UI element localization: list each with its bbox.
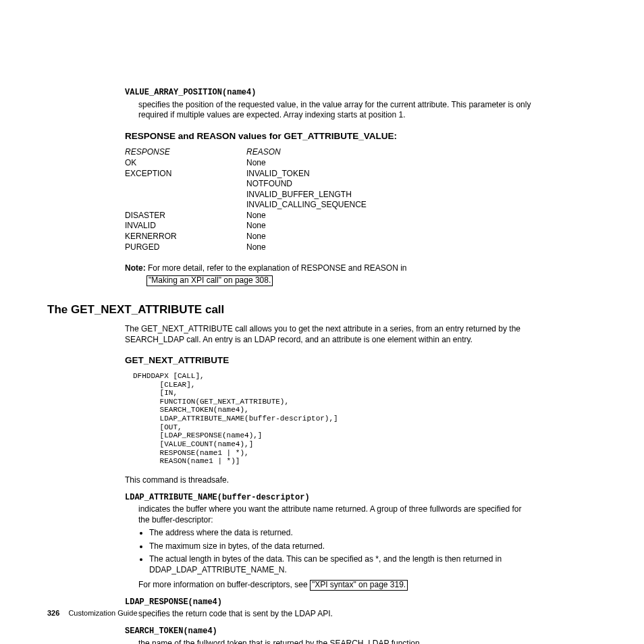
cell-response: OK [125,158,246,169]
cell-response: EXCEPTION [125,169,246,180]
cell-reason: None [246,221,533,232]
cell-reason: NOTFOUND [246,179,533,190]
footer-title: Customization Guide [68,609,137,617]
bullet-list: The address where the data is returned. … [138,528,533,575]
page-footer: 326 Customization Guide [47,609,138,617]
bullet-item: The address where the data is returned. [149,528,533,539]
cell-response: DISASTER [125,211,246,221]
cell-response: KERNERROR [125,232,246,242]
cell-reason: INVALID_CALLING_SEQUENCE [246,200,533,211]
bullet-item: The maximum size in bytes, of the data r… [149,541,533,552]
def-value-array-position: specifies the position of the requested … [138,100,533,121]
note-label: Note: [125,263,146,273]
cell-reason: None [246,158,533,169]
threadsafe-note: This command is threadsafe. [125,475,533,486]
def-search-token: the name of the fullword token that is r… [138,639,533,644]
xref-making-xpi-call[interactable]: "Making an XPI call" on page 308. [146,275,273,286]
term-ldap-response: LDAP_RESPONSE(name4) [125,597,533,608]
document-page: VALUE_ARRAY_POSITION(name4) specifies th… [47,88,533,644]
col-header-reason: REASON [246,147,533,158]
heading-response-reason: RESPONSE and REASON values for GET_ATTRI… [125,130,533,142]
more-info-text: For more information on buffer-descripto… [138,580,308,589]
page-number: 326 [47,609,59,617]
cell-response [125,190,246,200]
bullet-item: The actual length in bytes of the data. … [149,554,533,575]
def-ldap-attribute-name: indicates the buffer where you want the … [138,504,533,591]
cell-response [125,200,246,211]
cell-reason: INVALID_TOKEN [246,169,533,180]
term-value-array-position: VALUE_ARRAY_POSITION(name4) [125,88,533,99]
def-text: indicates the buffer where you want the … [138,504,521,525]
cell-response [125,179,246,190]
note-block: Note: For more detail, refer to the expl… [125,263,533,286]
term-ldap-attribute-name: LDAP_ATTRIBUTE_NAME(buffer-descriptor) [125,493,533,504]
term-search-token: SEARCH_TOKEN(name4) [125,626,533,637]
xref-xpi-syntax[interactable]: "XPI syntax" on page 319. [310,580,408,591]
intro-paragraph: The GET_NEXT_ATTRIBUTE call allows you t… [125,324,533,345]
cell-response: INVALID [125,221,246,232]
response-reason-table: RESPONSE REASON OK None EXCEPTION INVALI… [125,147,533,252]
cell-reason: None [246,232,533,242]
cell-reason: None [246,242,533,253]
def-ldap-response: specifies the return code that is sent b… [138,609,533,620]
heading-get-next-attribute: GET_NEXT_ATTRIBUTE [125,354,533,367]
cell-reason: None [246,211,533,221]
col-header-response: RESPONSE [125,147,246,158]
heading-get-next-attribute-call: The GET_NEXT_ATTRIBUTE call [47,302,533,317]
cell-reason: INVALID_BUFFER_LENGTH [246,190,533,200]
code-block: DFHDDAPX [CALL], [CLEAR], [IN, FUNCTION(… [133,372,533,466]
note-text: For more detail, refer to the explanatio… [148,263,407,273]
cell-response: PURGED [125,242,246,253]
